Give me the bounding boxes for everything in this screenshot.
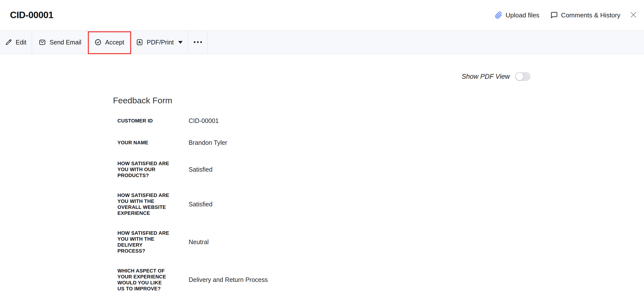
- field-row-products-satisfaction: HOW SATISFIED ARE YOU WITH OUR PRODUCTS?…: [118, 160, 644, 178]
- pdf-print-button[interactable]: PDF/Print: [131, 31, 188, 54]
- field-value: Delivery and Return Process: [188, 276, 268, 284]
- page-title: CID-00001: [10, 10, 53, 20]
- field-row-delivery-satisfaction: HOW SATISFIED ARE YOU WITH THE DELIVERY …: [118, 230, 644, 254]
- field-row-improvement-aspect: WHICH ASPECT OF YOUR EXPERIENCE WOULD YO…: [118, 268, 644, 292]
- record-header: CID-00001 Upload files Comments & Histor…: [0, 0, 644, 30]
- edit-button[interactable]: Edit: [0, 31, 32, 54]
- show-pdf-view-toggle[interactable]: [515, 72, 530, 81]
- send-email-button[interactable]: Send Email: [32, 31, 88, 54]
- form-title: Feedback Form: [113, 95, 644, 105]
- field-label: HOW SATISFIED ARE YOU WITH OUR PRODUCTS?: [118, 160, 188, 178]
- field-value: Neutral: [188, 238, 209, 246]
- more-actions-button[interactable]: •••: [188, 31, 208, 54]
- action-toolbar: Edit Send Email Accept PDF/Print: [0, 30, 644, 54]
- field-value: CID-00001: [188, 117, 219, 125]
- pdf-icon: [136, 38, 143, 46]
- pdf-view-toggle-row: Show PDF View: [0, 72, 644, 81]
- send-email-label: Send Email: [50, 39, 81, 46]
- field-label: CUSTOMER ID: [118, 118, 188, 124]
- check-circle-icon: [94, 38, 102, 46]
- upload-files-label: Upload files: [506, 11, 540, 19]
- field-row-your-name: YOUR NAME Brandon Tyler: [118, 139, 644, 147]
- pencil-icon: [5, 39, 12, 46]
- field-row-customer-id: CUSTOMER ID CID-00001: [118, 117, 644, 125]
- edit-label: Edit: [16, 39, 26, 46]
- field-list: CUSTOMER ID CID-00001 YOUR NAME Brandon …: [118, 117, 644, 292]
- chevron-down-icon: [178, 41, 183, 44]
- comment-icon: [550, 11, 558, 19]
- field-row-website-satisfaction: HOW SATISFIED ARE YOU WITH THE OVERALL W…: [118, 192, 644, 216]
- upload-files-button[interactable]: Upload files: [495, 11, 540, 19]
- comments-history-button[interactable]: Comments & History: [550, 11, 620, 19]
- toggle-knob: [516, 73, 523, 80]
- paperclip-icon: [495, 11, 502, 19]
- field-value: Brandon Tyler: [188, 139, 227, 147]
- accept-button[interactable]: Accept: [88, 31, 131, 54]
- show-pdf-view-label: Show PDF View: [462, 73, 510, 80]
- field-label: HOW SATISFIED ARE YOU WITH THE OVERALL W…: [118, 192, 188, 216]
- field-label: HOW SATISFIED ARE YOU WITH THE DELIVERY …: [118, 230, 188, 254]
- comments-history-label: Comments & History: [561, 11, 620, 19]
- envelope-icon: [38, 38, 46, 46]
- record-detail: Show PDF View Feedback Form CUSTOMER ID …: [0, 72, 644, 292]
- field-label: WHICH ASPECT OF YOUR EXPERIENCE WOULD YO…: [118, 268, 188, 292]
- field-label: YOUR NAME: [118, 140, 188, 146]
- field-value: Satisfied: [188, 200, 212, 208]
- close-button[interactable]: [629, 11, 638, 20]
- more-icon: •••: [194, 39, 203, 46]
- pdf-print-label: PDF/Print: [147, 39, 174, 46]
- close-icon: [629, 11, 638, 20]
- accept-label: Accept: [105, 39, 124, 46]
- field-value: Satisfied: [188, 165, 212, 173]
